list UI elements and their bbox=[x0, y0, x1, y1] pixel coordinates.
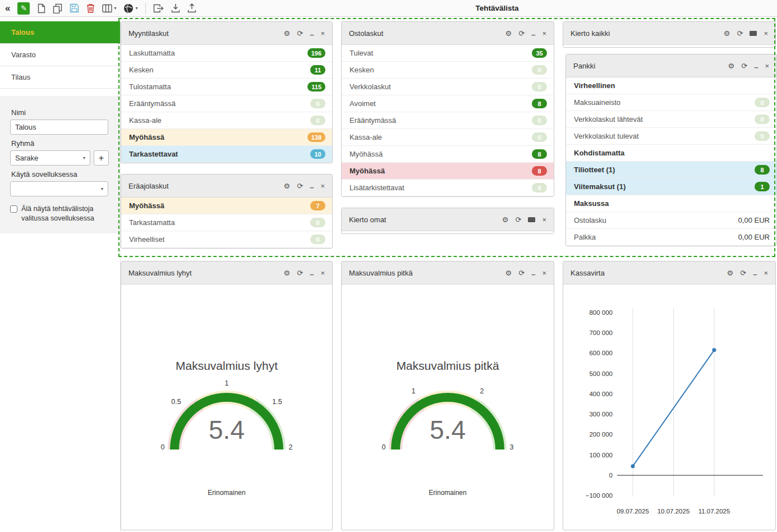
widget-row[interactable]: Kassa-ale 0 bbox=[121, 112, 332, 129]
columns-menu[interactable]: ▾ bbox=[102, 4, 116, 13]
widget-row[interactable]: Viitemaksut (1) 1 bbox=[566, 178, 776, 195]
widget-header[interactable]: Maksuvalmius pitkä ⚙ ⟳ – × bbox=[342, 262, 554, 285]
export-icon[interactable] bbox=[153, 4, 164, 13]
widget-row[interactable]: Tulostamatta 115 bbox=[121, 79, 332, 95]
close-icon[interactable]: × bbox=[764, 30, 768, 37]
minimize-icon[interactable]: – bbox=[754, 63, 758, 71]
refresh-icon[interactable]: ⟳ bbox=[737, 30, 743, 37]
minimize-icon[interactable]: – bbox=[310, 31, 314, 38]
widget-title: Kierto omat bbox=[349, 215, 386, 224]
widget-header[interactable]: Ostolaskut ⚙ ⟳ – × bbox=[342, 22, 554, 45]
close-icon[interactable]: × bbox=[765, 62, 769, 70]
sidebar-item-tilaus[interactable]: Tilaus bbox=[0, 66, 120, 89]
sidebar-item-talous[interactable]: Talous bbox=[0, 21, 120, 44]
row-label: Viitemaksut (1) bbox=[574, 182, 626, 191]
gauge-tick: 1 bbox=[225, 379, 229, 387]
minimize-icon[interactable]: – bbox=[310, 184, 314, 191]
refresh-icon[interactable]: ⟳ bbox=[741, 62, 747, 70]
copy-icon[interactable] bbox=[53, 3, 62, 13]
close-icon[interactable]: × bbox=[542, 216, 546, 223]
refresh-icon[interactable]: ⟳ bbox=[518, 269, 525, 277]
widget-row[interactable]: Kesken 0 bbox=[342, 62, 554, 79]
widget-row[interactable]: Tulevat 35 bbox=[342, 45, 554, 62]
widget-header[interactable]: Eräajolaskut ⚙ ⟳ – × bbox=[121, 175, 332, 198]
widget-myyntilaskut: Myyntilaskut ⚙ ⟳ – × Laskuttamatta 196 K… bbox=[121, 21, 333, 163]
refresh-icon[interactable]: ⟳ bbox=[297, 30, 303, 37]
widget-header[interactable]: Kierto omat ⚙ ⟳ × bbox=[342, 208, 554, 231]
gauge-tick: 3 bbox=[510, 443, 514, 451]
widget-row[interactable]: Virheelliset 0 bbox=[121, 231, 332, 248]
widget-row[interactable]: Ostolasku 0,00 EUR bbox=[566, 212, 776, 229]
widget-header[interactable]: Pankki ⚙ ⟳ – × bbox=[566, 54, 776, 77]
upload-icon[interactable] bbox=[187, 3, 196, 13]
widget-row[interactable]: Kassa-ale 0 bbox=[342, 129, 554, 146]
card-icon[interactable] bbox=[528, 217, 535, 222]
settings-icon[interactable]: ⚙ bbox=[505, 30, 512, 37]
refresh-icon[interactable]: ⟳ bbox=[518, 30, 525, 37]
add-group-button[interactable]: + bbox=[94, 150, 109, 166]
widget-row[interactable]: Myöhässä 7 bbox=[121, 198, 332, 214]
widget-row[interactable]: Maksussa bbox=[566, 195, 776, 212]
widget-row[interactable]: Myöhässä 8 bbox=[342, 146, 554, 163]
widget-row[interactable]: Erääntymässä 0 bbox=[342, 112, 554, 129]
refresh-icon[interactable]: ⟳ bbox=[297, 182, 303, 190]
new-document-icon[interactable] bbox=[37, 3, 45, 13]
settings-icon[interactable]: ⚙ bbox=[284, 182, 291, 190]
refresh-icon[interactable]: ⟳ bbox=[740, 269, 746, 277]
widget-row[interactable]: Tarkastamatta 0 bbox=[121, 214, 332, 231]
delete-icon[interactable] bbox=[86, 3, 95, 13]
widget-row[interactable]: Palkka 0,00 EUR bbox=[566, 229, 776, 246]
settings-icon[interactable]: ⚙ bbox=[728, 62, 735, 70]
refresh-icon[interactable]: ⟳ bbox=[297, 269, 303, 277]
refresh-icon[interactable]: ⟳ bbox=[516, 216, 522, 223]
widget-row[interactable]: Verkkolaskut lähtevät 0 bbox=[566, 111, 776, 128]
widget-row[interactable]: Verkkolaskut 0 bbox=[342, 79, 554, 95]
widget-row[interactable]: Kesken 11 bbox=[121, 62, 332, 79]
hide-tasklists-checkbox[interactable] bbox=[10, 205, 17, 213]
settings-icon[interactable]: ⚙ bbox=[284, 269, 291, 277]
close-icon[interactable]: × bbox=[542, 30, 546, 37]
widget-row[interactable]: Virheellinen bbox=[566, 77, 776, 94]
close-icon[interactable]: × bbox=[320, 30, 325, 37]
widget-row[interactable]: Kohdistamatta bbox=[566, 145, 776, 162]
close-icon[interactable]: × bbox=[542, 269, 546, 277]
edit-button[interactable]: ✎ bbox=[17, 2, 30, 15]
widget-row[interactable]: Myöhässä 8 bbox=[342, 163, 554, 180]
close-icon[interactable]: × bbox=[320, 269, 325, 277]
widget-header[interactable]: Kassavirta ⚙ ⟳ – × bbox=[563, 262, 775, 285]
widget-header[interactable]: Maksuvalmius lyhyt ⚙ ⟳ – × bbox=[121, 262, 332, 285]
widget-row[interactable]: Avoimet 8 bbox=[342, 95, 554, 112]
close-icon[interactable]: × bbox=[320, 182, 325, 190]
group-select[interactable]: Sarake ▾ bbox=[10, 150, 90, 166]
widget-title: Pankki bbox=[573, 62, 595, 70]
app-select[interactable]: ▾ bbox=[10, 181, 108, 196]
widget-row[interactable]: Tarkastettavat 10 bbox=[121, 146, 332, 163]
card-icon[interactable] bbox=[750, 31, 757, 36]
widget-row[interactable]: Myöhässä 138 bbox=[121, 129, 332, 146]
widget-row[interactable]: Lisätarkistettavat 0 bbox=[342, 180, 554, 196]
theme-menu[interactable]: ▾ bbox=[123, 3, 137, 13]
close-icon[interactable]: × bbox=[764, 269, 768, 277]
minimize-icon[interactable]: – bbox=[753, 270, 757, 278]
settings-icon[interactable]: ⚙ bbox=[724, 30, 730, 37]
name-input[interactable] bbox=[10, 120, 108, 135]
settings-icon[interactable]: ⚙ bbox=[284, 30, 291, 37]
widget-row[interactable]: Laskuttamatta 196 bbox=[121, 45, 332, 62]
widget-row[interactable]: Verkkolaskut tulevat 0 bbox=[566, 128, 776, 145]
widget-header[interactable]: Myyntilaskut ⚙ ⟳ – × bbox=[121, 22, 332, 45]
minimize-icon[interactable]: – bbox=[531, 270, 535, 278]
save-icon[interactable] bbox=[70, 3, 79, 13]
minimize-icon[interactable]: – bbox=[310, 270, 314, 278]
download-icon[interactable] bbox=[171, 3, 180, 13]
sidebar-item-varasto[interactable]: Varasto bbox=[0, 44, 120, 66]
widget-row[interactable]: Erääntymässä 0 bbox=[121, 95, 332, 112]
widget-header[interactable]: Kierto kaikki ⚙ ⟳ × bbox=[563, 22, 775, 45]
widget-title: Eräajolaskut bbox=[128, 182, 169, 190]
widget-row[interactable]: Maksuaineisto 0 bbox=[566, 94, 776, 111]
settings-icon[interactable]: ⚙ bbox=[727, 269, 734, 277]
widget-row[interactable]: Tiliotteet (1) 8 bbox=[566, 162, 776, 178]
settings-icon[interactable]: ⚙ bbox=[502, 216, 509, 223]
settings-icon[interactable]: ⚙ bbox=[505, 269, 512, 277]
minimize-icon[interactable]: – bbox=[531, 31, 535, 38]
collapse-sidebar-icon[interactable]: « bbox=[5, 3, 10, 14]
